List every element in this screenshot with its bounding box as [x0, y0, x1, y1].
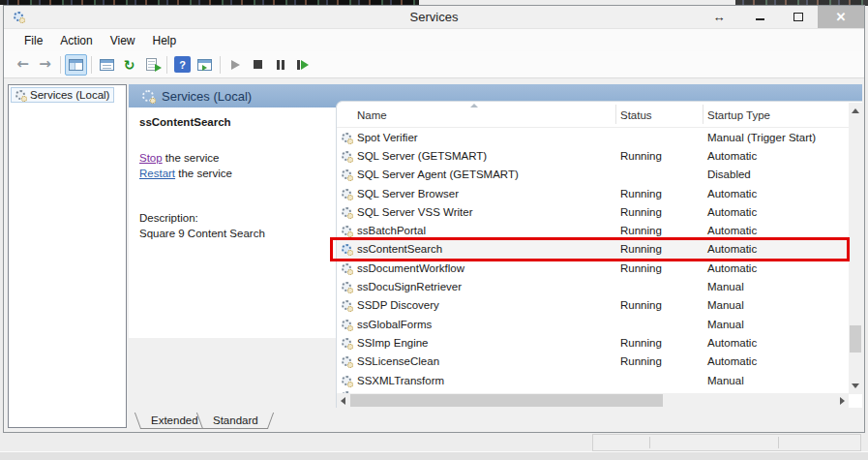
service-startup-type: Manual [707, 281, 744, 292]
stop-service-line: Stop the service [139, 152, 219, 164]
service-name: ssDocumentWorkflow [357, 262, 464, 274]
horizontal-scroll-thumb[interactable] [350, 394, 663, 407]
restart-service-button[interactable] [291, 54, 314, 76]
service-row[interactable]: SSLicenseClean Running Automatic [337, 353, 849, 371]
scroll-right-icon[interactable] [840, 397, 845, 405]
service-startup-type: Automatic [707, 206, 757, 218]
service-startup-type: Automatic [707, 188, 757, 199]
selected-service-name: ssContentSearch [139, 116, 231, 128]
service-status: Running [620, 150, 662, 162]
scroll-left-icon[interactable] [341, 397, 345, 405]
service-status: Running [620, 206, 662, 218]
column-header-status[interactable]: Status [620, 109, 652, 121]
back-arrow-icon: ← [16, 57, 29, 72]
service-name: ssContentSearch [357, 243, 442, 255]
service-name: ssGlobalForms [357, 319, 432, 330]
help-button[interactable]: ? [171, 54, 194, 76]
tree-item-services-local[interactable]: Services (Local) [11, 87, 114, 103]
view-tab-strip: Extended Standard [129, 413, 862, 430]
service-gear-icon [342, 226, 351, 235]
menu-view[interactable]: View [102, 31, 144, 50]
scroll-down-icon[interactable] [852, 383, 859, 388]
menu-help[interactable]: Help [144, 31, 186, 50]
restart-line-text: the service [175, 168, 232, 179]
horizontal-scrollbar[interactable] [337, 393, 849, 408]
pause-service-button[interactable] [269, 54, 291, 76]
services-rows: Spot Verifier Manual (Trigger Start) SQL… [337, 128, 849, 389]
service-row[interactable]: ssGlobalForms Manual [337, 315, 849, 333]
service-row-highlighted[interactable]: ssContentSearch Running Automatic [337, 240, 849, 259]
service-status: Running [620, 355, 662, 367]
restart-icon [297, 60, 309, 70]
scroll-up-icon[interactable] [852, 108, 859, 113]
service-startup-type: Manual [707, 299, 744, 311]
toolbar: ← → ↻ ? [4, 51, 864, 78]
console-tree-panel: Services (Local) [8, 84, 127, 428]
forward-arrow-icon: → [39, 57, 51, 72]
service-row[interactable]: Spot Verifier Manual (Trigger Start) [337, 128, 849, 146]
start-service-button[interactable] [224, 54, 247, 76]
stop-line-text: the service [163, 152, 220, 164]
forward-button[interactable]: → [34, 54, 56, 76]
titlebar[interactable]: Services ↔ ✕ [4, 6, 864, 28]
services-window: Services ↔ ✕ File Action View Help ← → ↻… [3, 5, 865, 433]
service-status: Running [620, 188, 662, 199]
restart-service-link[interactable]: Restart [139, 168, 175, 179]
column-separator[interactable] [615, 105, 616, 124]
service-startup-type: Disabled [707, 169, 751, 180]
service-gear-icon [342, 356, 351, 366]
service-row[interactable]: ssDocumentWorkflow Running Automatic [337, 259, 849, 277]
services-gear-icon [15, 90, 25, 100]
stop-service-button[interactable] [247, 54, 269, 76]
service-gear-icon [342, 189, 351, 199]
service-row[interactable]: SSXMLTransform Manual [337, 371, 849, 389]
show-action-pane-button[interactable] [194, 54, 216, 76]
back-button[interactable]: ← [12, 54, 34, 76]
menu-file[interactable]: File [15, 31, 51, 50]
minimize-button[interactable] [740, 6, 779, 28]
play-icon [231, 60, 240, 70]
service-name: SQL Server Browser [357, 188, 459, 199]
show-console-tree-button[interactable] [65, 54, 87, 76]
service-name: ssDocuSignRetriever [357, 281, 462, 292]
service-startup-type: Automatic [707, 243, 757, 255]
services-list: Name Status Startup Type Spot Verifier M… [336, 101, 862, 408]
service-row[interactable]: SSImp Engine Running Automatic [337, 333, 849, 352]
toolbar-separator [166, 56, 167, 74]
service-row[interactable]: SQL Server Agent (GETSMART) Disabled [337, 166, 849, 184]
menu-action[interactable]: Action [51, 31, 101, 50]
service-row[interactable]: SQL Server VSS Writer Running Automatic [337, 202, 849, 221]
toolbar-separator [91, 56, 92, 74]
column-separator[interactable] [703, 105, 703, 124]
column-header-name[interactable]: Name [357, 109, 387, 121]
refresh-button[interactable]: ↻ [118, 54, 140, 76]
tab-standard[interactable]: Standard [199, 413, 272, 429]
service-row[interactable]: SQL Server Browser Running Automatic [337, 184, 849, 202]
pane-header-gear-icon [142, 90, 154, 102]
column-header-startup-type[interactable]: Startup Type [707, 109, 770, 121]
service-name: Spot Verifier [357, 132, 418, 143]
export-list-button[interactable] [140, 54, 163, 76]
action-pane-icon [197, 59, 212, 71]
service-startup-type: Automatic [707, 225, 757, 236]
resize-icon[interactable]: ↔ [698, 6, 740, 28]
service-gear-icon [342, 133, 351, 142]
service-row[interactable]: SSDP Discovery Running Manual [337, 296, 849, 315]
vertical-scrollbar[interactable] [849, 103, 862, 394]
toolbar-separator [60, 56, 61, 74]
toolbar-separator [220, 56, 221, 74]
service-gear-icon [342, 263, 351, 273]
maximize-button[interactable] [779, 6, 818, 28]
service-startup-type: Automatic [707, 150, 757, 162]
service-row[interactable]: SQL Server (GETSMART) Running Automatic [337, 146, 849, 165]
service-row[interactable]: ssDocuSignRetriever Manual [337, 277, 849, 295]
service-row[interactable]: ssBatchPortal Running Automatic [337, 221, 849, 239]
service-info-panel: ssContentSearch Stop the service Restart… [131, 109, 330, 338]
properties-button[interactable] [96, 54, 118, 76]
close-button[interactable]: ✕ [818, 6, 864, 28]
service-name: SQL Server (GETSMART) [357, 150, 487, 162]
column-headers: Name Status Startup Type [337, 102, 849, 128]
help-icon: ? [174, 56, 191, 73]
stop-service-link[interactable]: Stop [139, 152, 163, 164]
vertical-scroll-thumb[interactable] [850, 325, 861, 353]
